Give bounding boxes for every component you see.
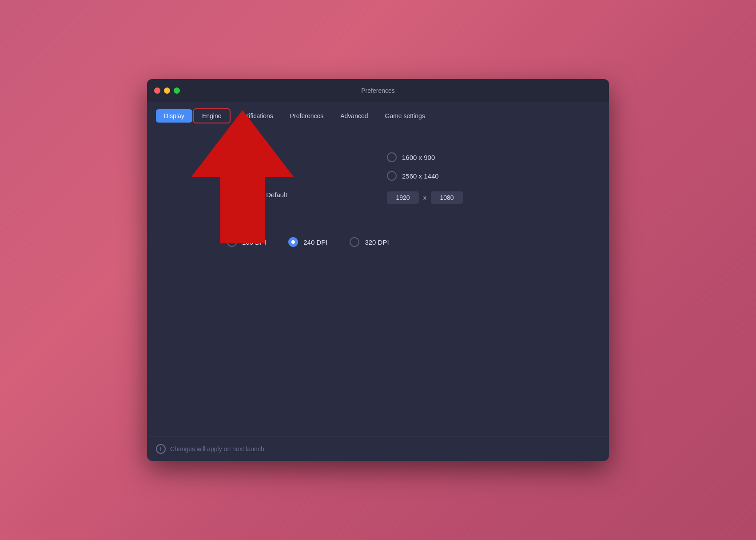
resolution-option-1280: 1280 x 800 <box>227 152 369 162</box>
radio-system[interactable] <box>227 190 237 199</box>
dpi-section: DPI 160 DPI 240 DPI 320 DPI <box>227 222 529 247</box>
dpi-options: 160 DPI 240 DPI 320 DPI <box>227 237 529 247</box>
resolution-option-1600: 1600 x 900 <box>387 152 529 162</box>
resolution-label: Resolution <box>227 137 529 144</box>
radio-320dpi[interactable] <box>350 237 359 247</box>
radio-custom[interactable] <box>227 171 237 181</box>
tab-game-settings[interactable]: Game settings <box>377 109 433 123</box>
resolution-option-2560: 2560 x 1440 <box>387 171 529 181</box>
dpi-label: DPI <box>227 222 529 229</box>
preferences-window: Preferences Display Engine Notifications… <box>147 79 609 461</box>
content-area: Resolution 1280 x 800 Custom <box>147 123 609 437</box>
label-custom: Custom <box>242 172 265 180</box>
window-title: Preferences <box>361 87 394 94</box>
label-2560: 2560 x 1440 <box>402 172 439 180</box>
tab-display[interactable]: Display <box>156 109 192 123</box>
tab-notifications[interactable]: Notifications <box>231 109 281 123</box>
dpi-option-160: 160 DPI <box>227 237 266 247</box>
resolution-option-custom: Custom <box>227 171 369 181</box>
tab-bar: Display Engine Notifications Preferences… <box>147 102 609 123</box>
radio-1280[interactable] <box>227 152 237 162</box>
resolution-section: Resolution 1280 x 800 Custom <box>227 137 529 204</box>
resolution-separator: x <box>423 194 426 201</box>
resolution-option-system: System Default <box>227 190 369 199</box>
label-320dpi: 320 DPI <box>365 238 389 246</box>
traffic-lights <box>154 87 180 94</box>
label-240dpi: 240 DPI <box>303 238 327 246</box>
footer-text: Changes will apply on next launch <box>170 445 264 453</box>
tab-engine[interactable]: Engine <box>193 108 231 123</box>
label-1600: 1600 x 900 <box>402 154 435 161</box>
radio-2560[interactable] <box>387 171 397 181</box>
info-icon: i <box>156 444 166 454</box>
radio-1600[interactable] <box>387 152 397 162</box>
tab-advanced[interactable]: Advanced <box>332 109 376 123</box>
custom-height-input[interactable] <box>431 191 463 204</box>
dpi-option-320: 320 DPI <box>350 237 389 247</box>
label-system: System Default <box>242 191 287 199</box>
footer: i Changes will apply on next launch <box>147 437 609 461</box>
titlebar: Preferences <box>147 79 609 102</box>
custom-resolution-inputs: x <box>387 191 529 204</box>
dpi-option-240: 240 DPI <box>288 237 327 247</box>
tab-preferences[interactable]: Preferences <box>282 109 331 123</box>
label-160dpi: 160 DPI <box>242 238 266 246</box>
radio-240dpi[interactable] <box>288 237 298 247</box>
close-button[interactable] <box>154 87 160 94</box>
radio-160dpi[interactable] <box>227 237 237 247</box>
custom-width-input[interactable] <box>387 191 419 204</box>
label-1280: 1280 x 800 <box>242 154 275 161</box>
maximize-button[interactable] <box>174 87 180 94</box>
minimize-button[interactable] <box>164 87 170 94</box>
resolution-options-grid: 1280 x 800 Custom System Default <box>227 152 529 204</box>
